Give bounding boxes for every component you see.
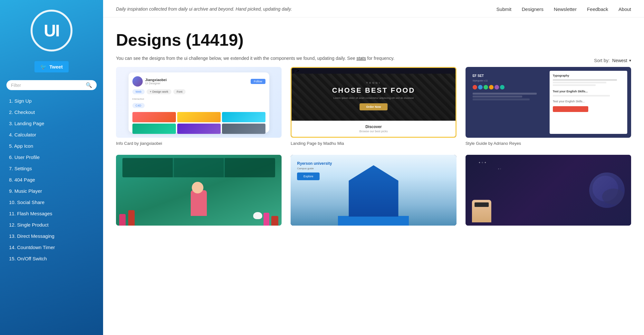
sort-value: Newest [612,58,627,63]
stats-link[interactable]: stats [356,56,366,61]
card-image-building: Ryerson university Campus guide Explore [291,155,456,226]
logo-text: UI [44,22,59,39]
card-image-info: Jiangxiaobei UI Designer Follow Web + De… [116,67,282,138]
avatar [132,76,143,87]
sidebar-item-3[interactable]: 3. Landing Page [0,118,103,129]
card-label-style: Style Guide by Adriano Reyes [466,141,631,146]
sidebar-logo-area: UI [0,0,103,58]
sidebar-item-8[interactable]: 8. 404 Page [0,174,103,185]
sidebar-item-7[interactable]: 7. Settings [0,163,103,174]
sidebar-item-2[interactable]: 2. Checkout [0,107,103,118]
design-card-style[interactable]: EF SET Styleguide v.11 [466,67,631,146]
design-card-dark[interactable]: ✦ ✧ ✦ ✦ ✧ [466,155,631,229]
sidebar-item-14[interactable]: 14. Countdown Timer [0,242,103,253]
tweet-label: Tweet [49,64,62,70]
content-area: Designs (14419) You can see the designs … [103,17,644,335]
sidebar-item-15[interactable]: 15. On/Off Switch [0,253,103,264]
sidebar-item-12[interactable]: 12. Single Product [0,219,103,230]
sidebar-item-5[interactable]: 5. App Icon [0,140,103,152]
nav-link-designers[interactable]: Designers [522,6,544,12]
sidebar-nav: 1. Sign Up2. Checkout3. Landing Page4. C… [0,95,103,274]
nav-link-feedback[interactable]: Feedback [587,6,608,12]
nav-links: SubmitDesignersNewsletterFeedbackAbout [496,6,631,12]
card-image-style: EF SET Styleguide v.11 [466,67,631,138]
design-card-info[interactable]: Jiangxiaobei UI Designer Follow Web + De… [116,67,282,146]
design-card-landing[interactable]: ')"> TOOGI CHOSE BEST FOOD Lorem ipsum d… [291,67,456,146]
sidebar-item-4[interactable]: 4. Calculator [0,129,103,140]
page-description: You can see the designs from the ui chal… [116,55,594,62]
tagline: Daily inspiration collected from daily u… [116,6,484,13]
card-label-info: Info Card by jiangxiaobei [116,141,282,146]
tweet-button[interactable]: 🐦 Tweet [34,61,68,72]
main-content: Daily inspiration collected from daily u… [103,0,644,335]
card-image-landing: ')"> TOOGI CHOSE BEST FOOD Lorem ipsum d… [291,67,456,138]
sidebar-item-11[interactable]: 11. Flash Messages [0,208,103,219]
card-image-illustration [116,155,282,226]
page-title: Designs (14419) [116,30,631,50]
nav-link-about[interactable]: About [619,6,631,12]
logo-circle: UI [31,10,72,51]
sidebar: UI 🐦 Tweet 🔍 1. Sign Up2. Checkout3. Lan… [0,0,103,335]
chevron-down-icon: ▾ [629,58,631,63]
nav-link-newsletter[interactable]: Newsletter [554,6,577,12]
filter-input-container[interactable]: 🔍 [6,80,97,90]
sidebar-item-6[interactable]: 6. User Profile [0,152,103,163]
design-card-illustration[interactable] [116,155,282,229]
search-icon: 🔍 [86,82,92,88]
sort-label: Sort by: [594,58,610,63]
sidebar-item-9[interactable]: 9. Music Player [0,185,103,197]
nav-link-submit[interactable]: Submit [496,6,512,12]
design-card-building[interactable]: Ryerson university Campus guide Explore [291,155,456,229]
top-nav: Daily inspiration collected from daily u… [103,0,644,17]
twitter-bird-icon: 🐦 [40,64,47,70]
sidebar-item-1[interactable]: 1. Sign Up [0,95,103,107]
sidebar-item-13[interactable]: 13. Direct Messaging [0,230,103,242]
sort-dropdown[interactable]: Newest ▾ [612,58,631,63]
filter-input[interactable] [11,83,83,88]
follow-button[interactable]: Follow [251,79,265,84]
card-label-landing: Landing Page by Madhu Mia [291,141,456,146]
card-image-dark: ✦ ✧ ✦ ✦ ✧ [466,155,631,226]
designs-grid: Jiangxiaobei UI Designer Follow Web + De… [116,67,631,229]
sidebar-item-10[interactable]: 10. Social Share [0,197,103,208]
